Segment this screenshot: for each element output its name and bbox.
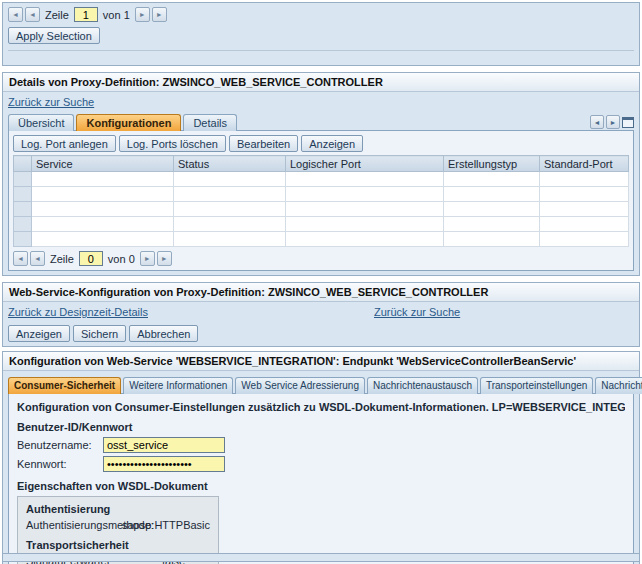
tab-scroll-left-button[interactable]: ◄ bbox=[590, 115, 604, 129]
transport-security-title: Transportsicherheit bbox=[26, 539, 210, 551]
row-of-label: von 0 bbox=[108, 253, 135, 265]
last-row-icon: ► bbox=[156, 11, 163, 18]
spacer-panel bbox=[8, 50, 634, 61]
endpoint-config-title: Konfiguration von Web-Service 'WEBSERVIC… bbox=[3, 352, 639, 371]
endpoint-tabstrip: Consumer-Sicherheit Weitere Informatione… bbox=[8, 375, 634, 394]
auth-method-value: sapsp:HTTPBasic bbox=[122, 519, 210, 531]
tab-weitere-informationen[interactable]: Weitere Informationen bbox=[123, 377, 233, 394]
tab-konfigurationen[interactable]: Konfigurationen bbox=[76, 114, 181, 131]
row-number-input[interactable] bbox=[79, 251, 103, 266]
username-label: Benutzername: bbox=[17, 439, 103, 451]
table-header-row: Service Status Logischer Port Erstellung… bbox=[14, 156, 629, 172]
table-row-pager: ◄ ◄ Zeile von 0 ► ► bbox=[9, 247, 633, 270]
next-row-button[interactable]: ► bbox=[135, 7, 150, 22]
proxy-details-section: Details von Proxy-Definition: ZWSINCO_WE… bbox=[2, 72, 640, 276]
next-row-icon: ► bbox=[139, 11, 146, 18]
tab-details[interactable]: Details bbox=[183, 114, 237, 131]
first-row-button[interactable]: ◄ bbox=[8, 7, 23, 22]
edit-button[interactable]: Bearbeiten bbox=[229, 135, 298, 152]
password-field-row: Kennwort: bbox=[17, 456, 625, 472]
tabstrip-controls: ◄ ► bbox=[590, 115, 634, 131]
cancel-button[interactable]: Abbrechen bbox=[129, 325, 198, 342]
row-number-input[interactable] bbox=[74, 7, 98, 22]
tab-uebersicht[interactable]: Übersicht bbox=[8, 114, 74, 131]
next-row-button[interactable]: ► bbox=[140, 251, 155, 266]
col-standard-port[interactable]: Standard-Port bbox=[540, 156, 629, 172]
proxy-details-tabstrip: Übersicht Konfigurationen Details ◄ ► bbox=[8, 112, 634, 131]
tab-web-service-adressierung[interactable]: Web Service Adressierung bbox=[235, 377, 365, 394]
endpoint-config-section: Konfiguration von Web-Service 'WEBSERVIC… bbox=[2, 351, 640, 564]
credentials-group-title: Benutzer-ID/Kennwort bbox=[17, 421, 625, 433]
first-row-icon: ◄ bbox=[12, 11, 19, 18]
ws-config-links: Zurück zu Designzeit-Details Zurück zur … bbox=[8, 306, 634, 321]
auth-title: Authentisierung bbox=[26, 503, 210, 515]
row-of-label: von 1 bbox=[103, 9, 130, 21]
row-label: Zeile bbox=[50, 253, 74, 265]
display-button[interactable]: Anzeigen bbox=[301, 135, 363, 152]
auth-method-row: Authentisierungsmethode: sapsp:HTTPBasic bbox=[26, 519, 210, 531]
back-to-search-link[interactable]: Zurück zur Suche bbox=[8, 96, 94, 108]
col-erstellungstyp[interactable]: Erstellungstyp bbox=[444, 156, 540, 172]
save-button[interactable]: Sichern bbox=[73, 325, 126, 342]
first-row-icon: ◄ bbox=[17, 255, 24, 262]
chevron-left-icon: ◄ bbox=[594, 119, 601, 126]
bottom-status-strip bbox=[2, 553, 640, 562]
konfigurationen-tab-panel: Log. Port anlegen Log. Ports löschen Bea… bbox=[8, 130, 634, 271]
tab-scroll-right-button[interactable]: ► bbox=[606, 115, 620, 129]
proxy-details-title: Details von Proxy-Definition: ZWSINCO_WE… bbox=[3, 73, 639, 92]
table-row[interactable] bbox=[14, 187, 629, 202]
last-row-icon: ► bbox=[161, 255, 168, 262]
password-input[interactable] bbox=[103, 456, 225, 472]
maximize-icon[interactable] bbox=[622, 117, 634, 128]
ws-config-title: Web-Service-Konfiguration von Proxy-Defi… bbox=[3, 283, 639, 302]
previous-row-button[interactable]: ◄ bbox=[25, 7, 40, 22]
tab-transporteinstellungen[interactable]: Transporteinstellungen bbox=[480, 377, 593, 394]
username-input[interactable] bbox=[103, 437, 225, 453]
first-row-button[interactable]: ◄ bbox=[13, 251, 28, 266]
previous-row-icon: ◄ bbox=[34, 255, 41, 262]
consumer-sicherheit-tab-panel: Konfiguration von Consumer-Einstellungen… bbox=[8, 393, 634, 564]
chevron-right-icon: ► bbox=[610, 119, 617, 126]
password-label: Kennwort: bbox=[17, 458, 103, 470]
auth-method-label: Authentisierungsmethode: bbox=[26, 519, 122, 531]
logical-port-toolbar: Log. Port anlegen Log. Ports löschen Bea… bbox=[9, 131, 633, 155]
previous-row-button[interactable]: ◄ bbox=[30, 251, 45, 266]
top-panel: ◄ ◄ Zeile von 1 ► ► Apply Selection bbox=[2, 2, 640, 66]
last-row-button[interactable]: ► bbox=[157, 251, 172, 266]
col-status[interactable]: Status bbox=[174, 156, 286, 172]
col-logischer-port[interactable]: Logischer Port bbox=[286, 156, 444, 172]
display-button[interactable]: Anzeigen bbox=[8, 325, 70, 342]
top-row-pager: ◄ ◄ Zeile von 1 ► ► bbox=[8, 7, 634, 22]
col-service[interactable]: Service bbox=[32, 156, 174, 172]
logical-ports-table: Service Status Logischer Port Erstellung… bbox=[13, 155, 629, 247]
table-row[interactable] bbox=[14, 202, 629, 217]
tab-consumer-sicherheit[interactable]: Consumer-Sicherheit bbox=[8, 377, 121, 394]
table-row[interactable] bbox=[14, 172, 629, 187]
ws-config-section: Web-Service-Konfiguration von Proxy-Defi… bbox=[2, 282, 640, 347]
wsdl-props-group-title: Eigenschaften von WSDL-Dokument bbox=[17, 480, 625, 492]
back-to-designtime-link[interactable]: Zurück zu Designzeit-Details bbox=[8, 306, 148, 318]
last-row-button[interactable]: ► bbox=[152, 7, 167, 22]
delete-logical-ports-button[interactable]: Log. Ports löschen bbox=[119, 135, 226, 152]
create-logical-port-button[interactable]: Log. Port anlegen bbox=[13, 135, 116, 152]
apply-selection-button[interactable]: Apply Selection bbox=[8, 27, 100, 44]
page: ◄ ◄ Zeile von 1 ► ► Apply Selection Deta… bbox=[0, 0, 642, 564]
consumer-settings-info: Konfiguration von Consumer-Einstellungen… bbox=[17, 401, 625, 413]
table-row[interactable] bbox=[14, 232, 629, 247]
tab-nachrichtenanhaenge[interactable]: Nachrichtenanhänge bbox=[595, 377, 642, 394]
ws-config-toolbar: Anzeigen Sichern Abbrechen bbox=[8, 325, 634, 342]
row-label: Zeile bbox=[45, 9, 69, 21]
username-field-row: Benutzername: bbox=[17, 437, 625, 453]
next-row-icon: ► bbox=[144, 255, 151, 262]
row-selector-header bbox=[14, 156, 32, 172]
table-row[interactable] bbox=[14, 217, 629, 232]
tab-nachrichtenaustausch[interactable]: Nachrichtenaustausch bbox=[367, 377, 478, 394]
previous-row-icon: ◄ bbox=[29, 11, 36, 18]
back-to-search-link[interactable]: Zurück zur Suche bbox=[374, 306, 460, 318]
